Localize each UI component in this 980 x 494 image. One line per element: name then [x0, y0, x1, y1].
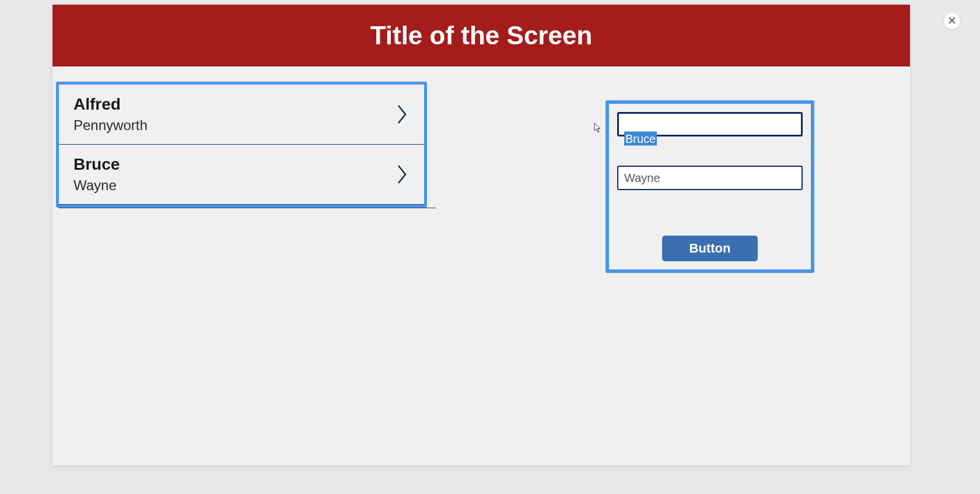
list-panel: Alfred Pennyworth Bruce Wayne [56, 82, 427, 208]
list-item-primary: Bruce [74, 155, 120, 174]
lastname-input[interactable] [617, 166, 803, 190]
content-area: Alfred Pennyworth Bruce Wayne [52, 66, 910, 84]
screen-container: Title of the Screen Alfred Pennyworth Br… [52, 5, 910, 465]
list-item-text: Bruce Wayne [74, 155, 120, 194]
submit-button[interactable]: Button [662, 236, 758, 261]
chevron-right-icon [396, 103, 410, 126]
form-panel: Bruce Button [606, 100, 814, 273]
header-bar: Title of the Screen [52, 5, 910, 66]
close-button[interactable] [944, 13, 960, 29]
list-item[interactable]: Alfred Pennyworth [59, 85, 424, 145]
firstname-input[interactable] [617, 112, 803, 136]
list-item-text: Alfred Pennyworth [74, 95, 148, 134]
divider-line [59, 208, 436, 208]
page-title: Title of the Screen [370, 21, 593, 50]
chevron-right-icon [396, 163, 410, 186]
list-item-secondary: Wayne [74, 177, 120, 194]
firstname-input-wrapper: Bruce [617, 112, 803, 166]
list-item-primary: Alfred [74, 95, 148, 114]
list-item-secondary: Pennyworth [74, 117, 148, 134]
close-icon [949, 16, 956, 26]
list-item[interactable]: Bruce Wayne [59, 145, 424, 205]
